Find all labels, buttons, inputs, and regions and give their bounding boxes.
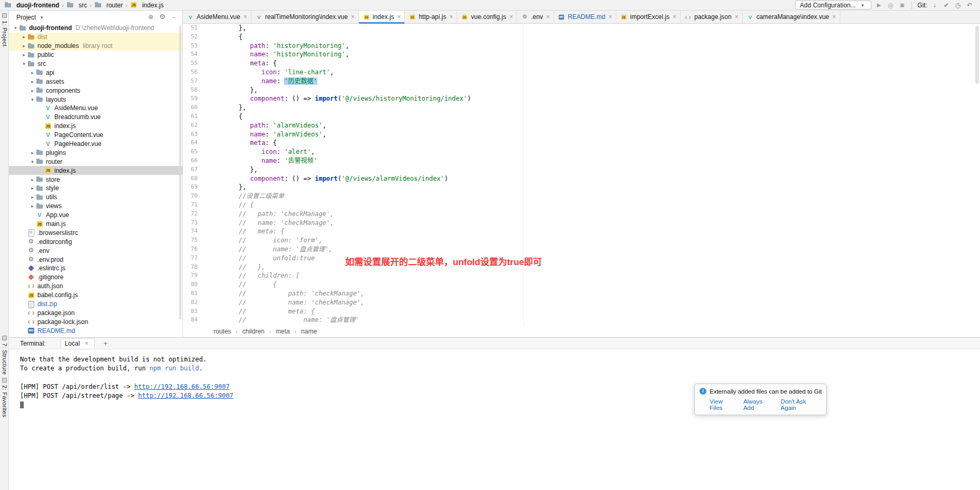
line-number[interactable]: 70 [183, 192, 198, 201]
tree-expand-arrow-icon[interactable]: ▾ [12, 25, 19, 31]
code-breadcrumb-item[interactable]: meta [276, 328, 290, 335]
code-breadcrumb-item[interactable]: name [301, 328, 317, 335]
tab-close-icon[interactable]: × [449, 13, 453, 21]
project-tree-row[interactable]: .eslintrc.js [9, 264, 182, 273]
project-tree-row[interactable]: ▸style [9, 184, 182, 193]
code-line[interactable]: 75 // icon: 'form', [183, 236, 980, 245]
line-number[interactable]: 73 [183, 219, 198, 228]
tab-close-icon[interactable]: × [509, 13, 513, 21]
line-number[interactable]: 63 [183, 130, 198, 139]
line-number[interactable]: 62 [183, 121, 198, 130]
hide-panel-icon[interactable] [170, 13, 178, 22]
code-line[interactable]: 56 icon: 'line-chart', [183, 68, 980, 77]
code-line[interactable]: 51 }, [183, 24, 980, 33]
line-number[interactable]: 78 [183, 263, 198, 272]
close-icon[interactable] [82, 339, 91, 348]
tree-expand-arrow-icon[interactable]: ▾ [29, 159, 36, 164]
terminal-tab-local[interactable]: Local [61, 338, 95, 348]
editor-tab[interactable]: importExcel.js× [616, 11, 681, 23]
editor-tab[interactable]: README.md× [554, 11, 616, 23]
line-number[interactable]: 60 [183, 103, 198, 112]
terminal-link[interactable]: http://192.168.66.56:9007 [134, 383, 230, 390]
line-number[interactable]: 83 [183, 307, 198, 316]
editor[interactable]: 51 },52 {53 path: 'historyMonitoring',54… [183, 24, 980, 326]
code-line[interactable]: 78 // }, [183, 263, 980, 272]
project-tree-row[interactable]: package.json [9, 309, 182, 318]
code-line[interactable]: 76 // name: '盘点管理', [183, 245, 980, 254]
line-number[interactable]: 61 [183, 112, 198, 121]
tree-expand-arrow-icon[interactable]: ▸ [29, 150, 36, 155]
terminal-link[interactable]: http://192.168.66.56:9007 [138, 392, 234, 399]
code-line[interactable]: 61 { [183, 112, 980, 121]
project-tree-row[interactable]: index.js [9, 166, 182, 175]
project-tree-row[interactable]: ▸plugins [9, 148, 182, 157]
code-line[interactable]: 58 }, [183, 86, 980, 95]
breadcrumb-item[interactable]: duoji-frontend [3, 2, 60, 9]
code-line[interactable]: 81 // path: 'checkManage', [183, 289, 980, 298]
project-tree-row[interactable]: .gitignore [9, 273, 182, 282]
project-tree-row[interactable]: .env [9, 246, 182, 255]
breadcrumb-item[interactable]: router [93, 2, 124, 9]
line-number[interactable]: 74 [183, 227, 198, 236]
project-tree-row[interactable]: ▸assets [9, 77, 182, 86]
project-tree-row[interactable]: ▸components [9, 86, 182, 95]
tree-expand-arrow-icon[interactable]: ▸ [29, 185, 36, 191]
tree-expand-arrow-icon[interactable]: ▸ [21, 43, 27, 48]
code-line[interactable]: 70 //设置二级菜单 [183, 192, 980, 201]
code-line[interactable]: 83 // meta: { [183, 307, 980, 316]
code-line[interactable]: 57 name: '历史数据' [183, 77, 980, 86]
code-line[interactable]: 59 component: () => import('@/views/hist… [183, 94, 980, 103]
code-line[interactable]: 73 // name: 'checkManage', [183, 219, 980, 228]
line-number[interactable]: 57 [183, 77, 198, 86]
vcs-update-icon[interactable] [930, 1, 939, 9]
tab-close-icon[interactable]: × [832, 13, 836, 21]
tree-expand-arrow-icon[interactable]: ▸ [29, 203, 36, 209]
gear-icon[interactable] [158, 13, 167, 22]
code-line[interactable]: 55 meta: { [183, 59, 980, 68]
project-tree-row[interactable]: ▸views [9, 202, 182, 211]
code-line[interactable]: 53 path: 'historyMonitoring', [183, 42, 980, 51]
editor-tab[interactable]: realTimeMonitoring\index.vue× [251, 11, 359, 23]
editor-tab[interactable]: cameraManage\index.vue× [743, 11, 840, 23]
code-line[interactable]: 69 }, [183, 183, 980, 192]
project-tree-row[interactable]: PageContent.vue [9, 131, 182, 140]
tab-close-icon[interactable]: × [673, 13, 676, 21]
project-tree-row[interactable]: ▾layouts [9, 95, 182, 104]
project-tree-row[interactable]: ▸node_moduleslibrary root [9, 42, 182, 51]
tree-expand-arrow-icon[interactable]: ▸ [29, 194, 36, 200]
code-line[interactable]: 79 // children: [ [183, 271, 980, 280]
breadcrumb-item[interactable]: index.js [129, 2, 165, 9]
project-tree-row[interactable]: README.md [9, 326, 182, 335]
tree-expand-arrow-icon[interactable]: ▸ [29, 88, 36, 93]
project-tree-row[interactable]: index.js [9, 122, 182, 131]
tree-expand-arrow-icon[interactable]: ▸ [29, 177, 36, 182]
project-tree-row[interactable]: .editorconfig [9, 237, 182, 246]
project-tree-row[interactable]: ▾router [9, 157, 182, 166]
project-tree-row[interactable]: App.vue [9, 211, 182, 220]
project-tree-row[interactable]: Breadcrumb.vue [9, 113, 182, 122]
editor-tab[interactable]: .env× [517, 11, 554, 23]
editor-tab[interactable]: http-api.js× [405, 11, 457, 23]
code-line[interactable]: 82 // name: 'checkManage', [183, 298, 980, 307]
code-line[interactable]: 52 { [183, 33, 980, 42]
editor-tab[interactable]: index.js× [359, 11, 405, 23]
profiler-icon[interactable] [898, 1, 906, 9]
line-number[interactable]: 82 [183, 298, 198, 307]
project-tree-row[interactable]: ▸public [9, 51, 182, 60]
project-tree-row[interactable]: ▸utils [9, 193, 182, 202]
code-line[interactable]: 65 icon: 'alert', [183, 148, 980, 156]
project-tree-row[interactable]: ▾src [9, 60, 182, 68]
line-number[interactable]: 81 [183, 289, 198, 298]
line-number[interactable]: 69 [183, 183, 198, 192]
notification-action-link[interactable]: Always Add [743, 398, 774, 411]
tree-expand-arrow-icon[interactable]: ▾ [21, 61, 27, 66]
tab-close-icon[interactable]: × [735, 13, 739, 21]
code-line[interactable]: 67 }, [183, 165, 980, 174]
code-line[interactable]: 68 component: () => import('@/views/alar… [183, 174, 980, 183]
line-number[interactable]: 64 [183, 139, 198, 148]
tab-close-icon[interactable]: × [351, 13, 355, 21]
code-line[interactable]: 66 name: '告警视频' [183, 156, 980, 165]
notification-action-link[interactable]: View Files [710, 398, 736, 411]
project-tree-row[interactable]: PageHeader.vue [9, 140, 182, 149]
debug-icon[interactable] [886, 1, 895, 9]
